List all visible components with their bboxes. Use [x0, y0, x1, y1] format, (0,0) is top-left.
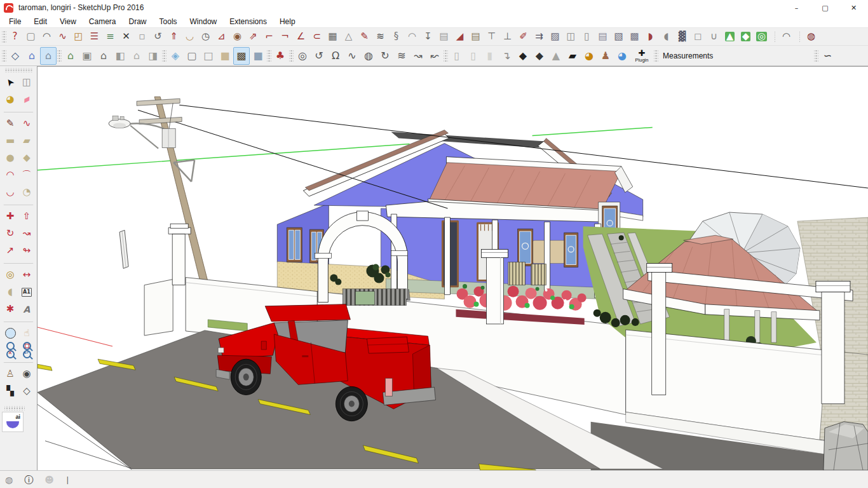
plugin-hatch-block-icon[interactable]: ▧ [611, 29, 627, 44]
arc-tool[interactable]: ◠ [2, 166, 18, 184]
dark-plane-icon[interactable]: ▰ [564, 47, 581, 65]
toolbar-grip[interactable] [2, 30, 6, 43]
walk-tool[interactable]: ▚ [2, 383, 18, 400]
spiral-tool-3-icon[interactable]: Ω [327, 47, 344, 65]
zoom-extents-tool[interactable] [6, 350, 15, 358]
spiral-tool-4-icon[interactable]: ∿ [344, 47, 360, 65]
back-edges-icon[interactable]: ⌂ [24, 47, 40, 65]
orbit-tool[interactable] [5, 328, 16, 339]
menu-view[interactable]: View [53, 16, 83, 27]
zoom-tool[interactable] [6, 342, 15, 350]
palette-separator-2[interactable] [3, 201, 34, 205]
sandbox-terrain-a-icon[interactable]: ▲ [722, 29, 738, 44]
palette-grip[interactable] [4, 68, 33, 72]
two-point-arc-tool[interactable]: ⌒ [18, 166, 35, 184]
palette-separator-3[interactable] [3, 259, 34, 264]
hook-curve-icon[interactable]: ↴ [498, 47, 515, 65]
door-component-1-icon[interactable]: ▯ [449, 47, 465, 65]
plugin-fan-gray-icon[interactable]: ◖ [658, 29, 674, 44]
plugin-hatch-dark-icon[interactable]: ▓ [674, 29, 690, 44]
plugin-hatch-wedge-icon[interactable]: ▨ [547, 29, 563, 44]
tape-measure-tool[interactable]: ◎ [2, 266, 18, 283]
plugin-pillow-icon[interactable]: ▫ [134, 29, 150, 44]
plugin-pencil-icon[interactable]: ✎ [356, 29, 372, 44]
section-diamond-tool[interactable]: ◇ [18, 383, 35, 400]
axes-tool[interactable]: ✱ [2, 301, 18, 318]
plugin-angle-icon[interactable]: ∠ [293, 29, 309, 44]
plugin-coil-gray-icon[interactable]: § [388, 29, 404, 44]
credits-info-icon[interactable]: ⓘ [24, 475, 33, 484]
rotated-rectangle-tool[interactable]: ▰ [18, 132, 35, 149]
plugin-fan-red-icon[interactable]: ◗ [642, 29, 658, 44]
viewport-3d[interactable] [37, 66, 868, 470]
view-right-icon[interactable]: ◧ [112, 47, 128, 65]
rectangle-tool[interactable]: ▬ [2, 132, 18, 149]
plugin-shell-icon[interactable]: ▢ [23, 29, 39, 44]
menu-extensions[interactable]: Extensions [223, 16, 273, 27]
facestyle-xray-icon[interactable]: ◈ [167, 47, 184, 65]
circle-tool[interactable]: ● [2, 149, 18, 166]
palette-grip[interactable] [4, 406, 25, 410]
view-left-icon[interactable]: ◨ [145, 47, 161, 65]
plugin-corner-a-icon[interactable]: ⌐ [261, 29, 277, 44]
zoom-previous-tool[interactable] [23, 350, 31, 358]
plugin-curviloft-icon[interactable]: ⊿ [214, 29, 229, 44]
viewport-3d-canvas[interactable] [37, 67, 868, 470]
facestyle-monochrome-icon[interactable]: ■ [250, 47, 266, 65]
plugin-crumple-icon[interactable]: ◻ [690, 29, 706, 44]
menu-window[interactable]: Window [184, 16, 224, 27]
view-back-icon[interactable]: ⌂ [128, 47, 145, 65]
spiral-tool-2-icon[interactable]: ↺ [311, 47, 327, 65]
plugin-layer-move-icon[interactable]: ≡ [102, 29, 118, 44]
xray-mode-icon[interactable]: ◇ [7, 47, 24, 65]
three-point-arc-tool[interactable]: ◡ [2, 184, 18, 201]
plugin-window-frame-icon[interactable]: ◫ [563, 29, 579, 44]
plugin-bend-icon[interactable]: ◡ [182, 29, 198, 44]
toolbar-grip[interactable] [444, 50, 448, 62]
spotlight-icon[interactable]: ▲ [548, 47, 564, 65]
plugin-extrude-icon[interactable]: ⇗ [245, 29, 261, 44]
rotate-tool[interactable]: ↻ [2, 225, 18, 242]
toolbar-grip[interactable] [289, 50, 294, 62]
dark-panel-1-icon[interactable]: ◆ [515, 47, 531, 65]
eraser-tool[interactable]: ▰ [16, 88, 38, 111]
facestyle-textured-icon[interactable]: ▩ [233, 47, 250, 65]
plugin-funnel-icon[interactable]: ⊥ [499, 29, 515, 44]
toolbar-grip[interactable] [814, 50, 818, 62]
toolbar-grip[interactable] [267, 50, 271, 62]
user-account-icon[interactable]: ☻ [44, 475, 54, 484]
view-top-icon[interactable]: ▣ [79, 47, 95, 65]
plugin-cross-lines-icon[interactable]: ✕ [118, 29, 134, 44]
minimize-button[interactable]: – [782, 0, 811, 15]
threed-text-tool[interactable]: A [18, 301, 35, 318]
maximize-button[interactable]: ▢ [811, 0, 839, 15]
door-component-3-icon[interactable]: ▮ [482, 47, 498, 65]
spiral-tool-1-icon[interactable]: ◎ [294, 47, 311, 65]
artisan-sphere-icon[interactable]: ◍ [803, 29, 819, 44]
pan-tool[interactable]: ☝ [18, 325, 35, 342]
figure-icon[interactable]: ♟ [597, 47, 614, 65]
text-tool[interactable]: A1 [22, 288, 32, 297]
spiral-tool-6-icon[interactable]: ↻ [377, 47, 393, 65]
menu-edit[interactable]: Edit [27, 16, 53, 27]
facestyle-shaded-icon[interactable]: ■ [217, 47, 233, 65]
plugin-panel-fold-icon[interactable]: ▤ [436, 29, 452, 44]
plugin-layers-icon[interactable]: ☰ [86, 29, 102, 44]
dark-panel-2-icon[interactable]: ◆ [531, 47, 548, 65]
plugin-arc-center-icon[interactable]: ◠ [39, 29, 55, 44]
offset-tool[interactable]: ↬ [18, 242, 35, 259]
facestyle-wireframe-icon[interactable]: ▢ [184, 47, 200, 65]
spiral-tool-9-icon[interactable]: ↜ [426, 47, 443, 65]
line-tool[interactable]: ✎ [2, 115, 18, 132]
plugin-scribble-icon[interactable]: ? [7, 29, 23, 44]
sandbox-terrain-c-icon[interactable]: ◎ [754, 29, 770, 44]
palette-separator-1[interactable] [3, 108, 34, 112]
plugin-planks-icon[interactable]: ▤ [468, 29, 484, 44]
plugin-dome-wire-icon[interactable]: ◠ [404, 29, 420, 44]
fruit-bowl-icon[interactable]: ◕ [581, 47, 597, 65]
plugin-louver-icon[interactable]: ▤ [595, 29, 611, 44]
menu-draw[interactable]: Draw [123, 16, 153, 27]
dimension-tool[interactable]: ↔ [18, 266, 35, 283]
measurements-value[interactable] [718, 50, 813, 62]
push-pull-tool[interactable]: ⇧ [18, 208, 35, 225]
